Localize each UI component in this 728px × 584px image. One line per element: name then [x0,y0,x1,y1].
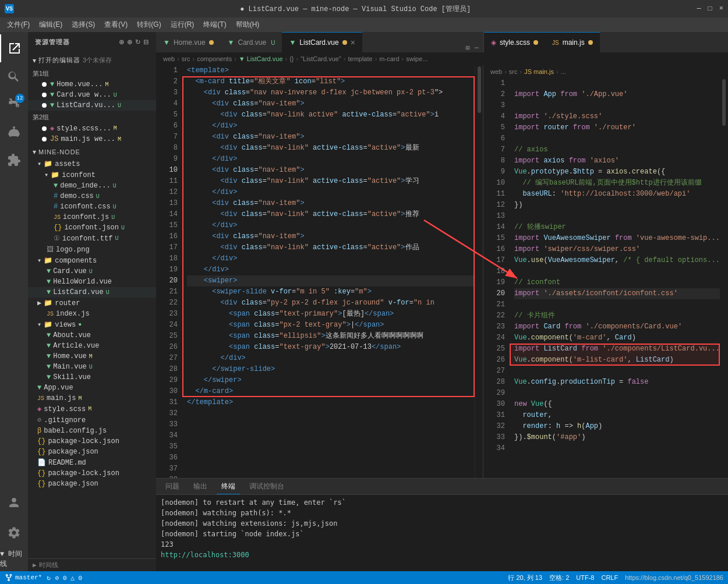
scrollbar-thumb-left[interactable] [478,66,481,113]
activity-settings[interactable] [0,519,28,547]
left-code-lines[interactable]: <template> <m-card title="相关文章" icon="li… [182,65,483,478]
code-line-19: </div> [187,264,483,275]
new-file-icon[interactable]: ⊕ [119,38,125,46]
tree-readme[interactable]: 📄 README.md [28,457,156,468]
menu-view[interactable]: 查看(V) [100,19,132,31]
md-icon: 📄 [37,458,46,467]
tree-iconfont-json[interactable]: {} iconfont.json U [28,222,156,233]
r-line-18 [514,266,728,277]
menu-edit[interactable]: 编辑(E) [34,19,67,31]
tree-demo-index[interactable]: ▼ demo_inde... U [28,180,156,191]
tree-about-vue[interactable]: ▼ About.vue [28,330,156,341]
open-editors-header[interactable]: ▾ 打开的编辑器 3个未保存 [28,54,156,67]
minimize-button[interactable]: — [697,5,701,13]
dot-icon [42,93,47,97]
tree-index-js[interactable]: JS index.js [28,309,156,319]
activity-account[interactable] [0,489,28,516]
collapse-icon[interactable]: ⊟ [143,38,149,46]
right-code-lines[interactable]: import App from './App.vue' import './st… [510,78,728,478]
open-file-card-vue[interactable]: ▼ Card.vue w... U [28,90,156,100]
tree-gitignore[interactable]: ⊘ .gitignore [28,415,156,426]
tree-babel-config[interactable]: β babel.config.js [28,426,156,436]
git-branch-icon[interactable]: master* [5,574,42,582]
activity-explorer[interactable] [0,34,28,62]
tree-views[interactable]: ▾ 📁 views ● [28,319,156,330]
tree-package-lock2[interactable]: {} package-lock.json [28,468,156,479]
tab-close-button[interactable]: × [351,38,355,47]
left-code-content[interactable]: 1 2 3 4 5 6 7 8 9 10 11 12 13 [156,65,483,478]
tab-main-js[interactable]: JS main.js [545,32,600,52]
terminal-tab-debug[interactable]: 调试控制台 [245,479,289,494]
tree-iconfont[interactable]: ▾ 📁 iconfont [28,169,156,180]
refresh-icon[interactable]: ↻ [135,38,141,46]
menu-goto[interactable]: 转到(G) [132,19,165,31]
menu-terminal[interactable]: 终端(T) [199,19,231,31]
tree-package-json2[interactable]: {} package.json [28,479,156,489]
activity-search[interactable] [0,62,28,90]
menu-file[interactable]: 文件(F) [2,19,34,31]
tree-app-vue[interactable]: ▼ App.vue [28,383,156,393]
menu-run[interactable]: 运行(R) [166,19,199,31]
csdn-link[interactable]: https://blog.csdn.net/q0_51592186 [625,574,723,581]
terminal-content[interactable]: [nodemon] to restart at any time, enter … [156,495,728,571]
tree-style-scss[interactable]: ◈ style.scss M [28,404,156,415]
scrollbar-thumb-right[interactable] [722,79,726,126]
menu-help[interactable]: 帮助(H) [231,19,264,31]
terminal-tab-terminal[interactable]: 终端 [217,479,240,494]
minimap-left [475,65,483,478]
r-line-2: import App from './App.vue' [514,89,728,100]
activity-debug[interactable] [0,118,28,146]
tree-listcard-vue[interactable]: ▼ ListCard.vue U [28,287,156,298]
tab-listcard-vue[interactable]: ▼ ListCard.vue × [282,32,362,52]
file-label: demo_inde... [60,182,110,190]
code-line-27: </div> [187,353,483,364]
close-button[interactable]: × [719,5,723,13]
right-code-content[interactable]: 1 2 3 4 5 6 7 8 9 10 11 12 13 14 [483,78,728,478]
tree-main-vue[interactable]: ▼ Main.vue U [28,362,156,372]
open-file-style-scss[interactable]: ◈ style.scss... M [28,123,156,134]
project-header[interactable]: ▾ MINE-NODE [28,146,156,158]
tree-components[interactable]: ▾ 📁 components [28,255,156,266]
r-line-22: // 卡片组件 [514,310,728,321]
tree-iconfont-css[interactable]: # iconfont.css U [28,201,156,212]
tree-assets[interactable]: ▾ 📁 assets [28,158,156,169]
titlebar-controls[interactable]: — □ × [697,5,723,13]
open-file-home-vue[interactable]: ▼ Home.vue... M [28,79,156,90]
badge-m: M [118,136,121,143]
errors-icon[interactable]: ⊘ 0 △ 0 [55,574,82,582]
sync-icon[interactable]: ↻ [47,574,51,582]
tree-iconfont-ttf[interactable]: ① iconfont.ttf U [28,233,156,244]
tree-logo[interactable]: 🖼 logo.png [28,244,156,255]
tree-demo-css[interactable]: # demo.css U [28,191,156,201]
folder-label: iconfont [62,171,96,179]
code-line-3: <div class="nav nav-inverse d-flex jc-be… [187,87,483,98]
tab-card-vue[interactable]: ▼ Card.vue U [221,32,282,52]
r-line-14: // 轮播swiper [514,222,728,233]
tree-package-lock[interactable]: {} package-lock.json [28,436,156,447]
tab-home-vue[interactable]: ▼ Home.vue [156,32,221,52]
tree-card-vue[interactable]: ▼ Card.vue U [28,266,156,277]
tree-helloworld-vue[interactable]: ▼ HelloWorld.vue [28,277,156,287]
file-label: demo.css [60,192,94,200]
more-tabs-icon[interactable]: ⋯ [475,44,479,52]
tree-iconfont-js[interactable]: JS iconfont.js U [28,212,156,222]
tree-package-json[interactable]: {} package.json [28,447,156,457]
terminal-tab-problems[interactable]: 问题 [161,479,184,494]
tab-style-scss[interactable]: ◈ style.scss [484,32,545,52]
tree-main-js[interactable]: JS main.js M [28,393,156,404]
new-folder-icon[interactable]: ⊕ [127,38,133,46]
tree-article-vue[interactable]: ▼ Article.vue [28,341,156,351]
menu-select[interactable]: 选择(S) [67,19,100,31]
tab-label: main.js [563,38,585,47]
tree-router[interactable]: ▶ 📁 router [28,298,156,309]
activity-source-control[interactable]: 12 [0,90,28,118]
tree-home-vue[interactable]: ▼ Home.vue M [28,351,156,362]
terminal-tab-output[interactable]: 输出 [189,479,212,494]
tree-skill-vue[interactable]: ▼ Skill.vue [28,372,156,383]
split-editor-icon[interactable]: ⊞ [466,44,470,52]
open-file-listcard-vue[interactable]: ▼ ListCard.vu... U [28,100,156,111]
maximize-button[interactable]: □ [708,5,712,13]
sidebar-icons[interactable]: ⊕ ⊕ ↻ ⊟ [119,38,149,46]
activity-extensions[interactable] [0,146,28,174]
open-file-main-js[interactable]: JS main.js we... M [28,134,156,144]
